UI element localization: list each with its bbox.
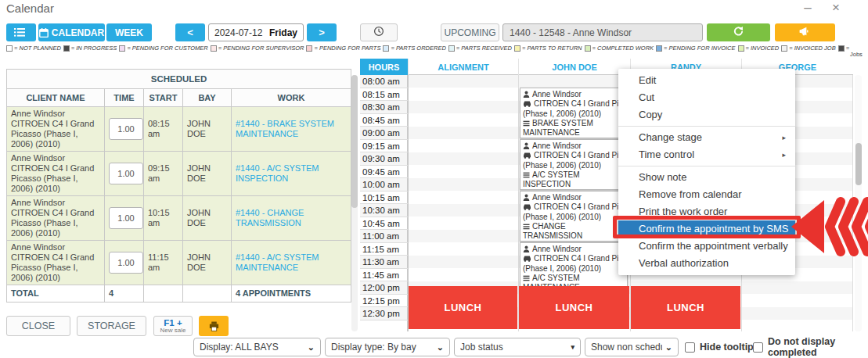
menu-item-show-note[interactable]: Show note: [618, 169, 795, 186]
legend-swatch: [119, 45, 125, 52]
list-view-button[interactable]: [6, 23, 36, 41]
legend-swatch: [656, 45, 662, 52]
work-order-link[interactable]: #1440 - CHANGE TRANSMISSION: [236, 208, 304, 227]
storage-button[interactable]: STORAGE: [77, 316, 146, 336]
new-sale-label: New sale: [160, 327, 186, 335]
menu-item-time-control[interactable]: Time control▸: [618, 146, 795, 163]
new-sale-button[interactable]: F1 + New sale: [153, 316, 193, 336]
menu-item-confirm-appointment-sms[interactable]: Confirm the appointment by SMS: [618, 220, 795, 238]
work-order-link[interactable]: #1440 - A/C SYSTEM MAINTENANCE: [236, 252, 319, 272]
refresh-button[interactable]: [707, 23, 770, 41]
show-non-scheduled-select[interactable]: Show non scheduled c⌄: [585, 338, 679, 356]
hours-header: HOURS: [360, 59, 408, 75]
time-field[interactable]: [109, 118, 143, 140]
previous-day-button[interactable]: <: [175, 23, 205, 41]
time-slot-label: 09:15 am: [360, 140, 408, 153]
time-clock-button[interactable]: [360, 23, 398, 41]
hide-tooltip-checkbox[interactable]: [685, 342, 695, 353]
car-icon: [523, 203, 531, 210]
calendar-icon: [39, 28, 49, 38]
lunch-block[interactable]: LUNCH: [409, 286, 517, 329]
time-slot-label: 08:45 am: [360, 114, 408, 127]
bay-header-alignment[interactable]: ALIGNMENT: [408, 59, 518, 75]
car-icon: [523, 100, 531, 107]
menu-item-edit[interactable]: Edit: [618, 72, 795, 89]
column-header-work: WORK: [232, 89, 351, 107]
scheduled-table-title: SCHEDULED: [7, 70, 351, 89]
bay-name: JOHN DOE: [183, 152, 232, 196]
left-scrollbar-thumb[interactable]: [351, 75, 358, 208]
menu-divider: [618, 126, 795, 127]
display-bays-select[interactable]: Display: ALL BAYS⌄: [193, 338, 321, 356]
time-slot-label: 11:00 am: [360, 230, 408, 243]
appointment-card[interactable]: Anne Windsor CITROEN C4 I Grand Picasso …: [520, 139, 628, 190]
column-header-time: TIME: [105, 89, 144, 107]
vehicle-name: CITROEN C4 I Grand Picasso (Phase I, 200…: [11, 252, 100, 283]
upcoming-button[interactable]: UPCOMING: [441, 23, 499, 41]
status-legend: = NOT PLANNED = IN PROGRESS = PENDING FO…: [6, 44, 855, 52]
print-button[interactable]: [199, 316, 229, 336]
work-order-link[interactable]: #1440 - A/C SYSTEM INSPECTION: [236, 163, 319, 183]
client-name: Anne Windsor: [11, 109, 100, 119]
hide-tooltip-option: Hide tooltip: [685, 339, 754, 355]
time-field[interactable]: [109, 163, 143, 184]
menu-item-change-stage[interactable]: Change stage▸: [618, 129, 795, 146]
legend-item: = PENDING FOR PARTS: [306, 45, 380, 52]
job-status-select[interactable]: Job status▾: [454, 338, 581, 356]
no-completed-checkbox[interactable]: [753, 342, 763, 353]
work-list-icon: [523, 275, 530, 281]
work-list-icon: [523, 172, 530, 178]
bay-header-john-doe[interactable]: JOHN DOE: [518, 59, 630, 75]
context-menu: Edit Cut Copy Change stage▸ Time control…: [618, 69, 795, 275]
legend-item: = PARTS TO RETURN: [514, 45, 582, 52]
person-icon: [523, 194, 530, 201]
next-day-button[interactable]: >: [307, 23, 337, 41]
job-search-input[interactable]: [502, 23, 703, 41]
submenu-arrow-icon: ▸: [782, 129, 786, 146]
column-header-bay: BAY: [183, 89, 232, 107]
work-order-link[interactable]: #1440 - BRAKE SYSTEM MAINTENANCE: [236, 119, 334, 138]
appointment-card[interactable]: Anne Windsor CITROEN C4 I Grand Picasso …: [520, 191, 628, 242]
chevron-down-icon: ⌄: [437, 342, 444, 353]
time-slot-label: 12:00 pm: [360, 281, 408, 295]
time-slot-label: 11:45 am: [360, 269, 408, 282]
right-scrollbar-track[interactable]: [855, 75, 862, 331]
week-button[interactable]: WEEK: [106, 23, 152, 41]
menu-item-cut[interactable]: Cut: [618, 89, 795, 106]
lunch-block[interactable]: LUNCH: [631, 286, 740, 329]
appointment-card[interactable]: Anne Windsor CITROEN C4 I Grand Picasso …: [520, 88, 628, 138]
time-slot-label: 10:45 am: [360, 217, 408, 231]
person-icon: [523, 245, 530, 252]
menu-item-print-work-order[interactable]: Print the work order: [618, 203, 795, 220]
menu-item-remove-from-calendar[interactable]: Remove from calendar: [618, 186, 795, 203]
calendar-button[interactable]: CALENDAR: [38, 23, 105, 41]
legend-overflow-text: Jobs: [850, 51, 863, 58]
announce-button[interactable]: [775, 23, 835, 41]
time-field[interactable]: [109, 252, 143, 274]
legend-swatch: [514, 45, 520, 52]
time-slot-label: 11:15 am: [360, 243, 408, 256]
display-type-select[interactable]: Display type: By bay⌄: [325, 338, 450, 356]
time-slot-label: 12:15 pm: [360, 295, 408, 308]
lunch-block[interactable]: LUNCH: [519, 286, 629, 329]
chevron-down-icon: ⌄: [665, 342, 672, 353]
time-slot-label: 10:00 am: [360, 178, 408, 192]
week-button-label: WEEK: [115, 27, 143, 38]
chevron-down-icon: ▾: [571, 343, 574, 351]
date-display[interactable]: 2024-07-12 Friday: [208, 23, 304, 41]
legend-item: = INVOICED JOB: [781, 45, 835, 52]
minimize-icon[interactable]: –: [800, 0, 816, 16]
clock-icon: [373, 26, 384, 39]
client-name: Anne Windsor: [11, 242, 100, 252]
legend-item: = PENDING FOR CUSTOMER: [119, 45, 207, 52]
menu-item-verbal-authorization[interactable]: Verbal authorization: [618, 255, 795, 272]
menu-item-copy[interactable]: Copy: [618, 106, 795, 124]
car-icon: [523, 152, 531, 159]
menu-item-confirm-appointment-verbally[interactable]: Confirm the appointment verbally: [618, 238, 795, 255]
time-field[interactable]: [109, 207, 143, 229]
close-button[interactable]: CLOSE: [6, 316, 70, 336]
legend-swatch: [738, 45, 744, 52]
person-icon: [523, 142, 530, 149]
close-icon[interactable]: ×: [828, 0, 844, 16]
right-scrollbar-thumb[interactable]: [855, 143, 862, 185]
